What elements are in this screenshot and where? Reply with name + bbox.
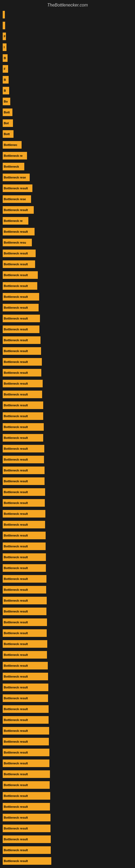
bar-item: Bottleneck rese — [3, 195, 31, 203]
bar-item: B — [3, 87, 9, 94]
bar-label: Bottleneck result — [4, 653, 28, 656]
bar-item: Bottlenec — [3, 141, 21, 149]
bar-label: Bottleneck result — [4, 751, 28, 754]
bar-label: Bottleneck result — [4, 382, 28, 385]
bar-label: F — [4, 35, 6, 38]
bar-item: Bottleneck result — [3, 608, 46, 615]
bar-label: Bottleneck result — [4, 729, 28, 733]
bar-item: Bottleneck result — [3, 760, 49, 767]
bar-item: Bottleneck result — [3, 846, 51, 854]
bar-item: Bottleneck result — [3, 684, 48, 691]
bar-label: Bottleneck resu — [4, 241, 26, 244]
chart-area: TheBottlenecker.com FIBFBBBoBottBotBottB… — [0, 0, 135, 868]
bar-item: Bottleneck result — [3, 467, 45, 474]
bar-item: Bottleneck result — [3, 673, 48, 680]
bar-label: Bottleneck result — [4, 306, 28, 309]
bar-label: Bottleneck result — [4, 490, 28, 494]
bar-item: Bottleneck result — [3, 521, 45, 528]
bar-item: Bottleneck result — [3, 640, 47, 648]
bar-label: Bottleneck result — [4, 838, 28, 841]
bar-item: Bottleneck re — [3, 217, 28, 225]
bar-label: Bottleneck result — [4, 414, 28, 418]
bar-label: Bottleneck result — [4, 859, 28, 863]
bar-item: Bottleneck result — [3, 326, 39, 333]
bar-item: B — [3, 54, 8, 62]
bar-label: Bott — [4, 132, 10, 135]
bar-item: B — [3, 76, 9, 84]
bar-item: Bottleneck result — [3, 206, 34, 214]
bar-label: Bottleneck result — [4, 588, 28, 591]
bar-item: Bottleneck result — [3, 694, 48, 702]
bar-label: Bottleneck result — [4, 740, 28, 743]
bar-label: Bottleneck result — [4, 469, 28, 472]
bar-label: Bottleneck result — [4, 631, 28, 635]
bar-item: Bottleneck result — [3, 369, 41, 376]
bar-item: Bottleneck result — [3, 629, 47, 637]
bar-label: Bottleneck result — [4, 642, 28, 646]
bar-item: Bottleneck result — [3, 542, 46, 550]
bar-label: Bottleneck result — [4, 664, 28, 667]
bar-label: Bottleneck result — [4, 545, 28, 548]
bar-item: Bott — [3, 108, 12, 116]
bar-label: Bott — [4, 111, 10, 114]
bar-label: Bottleneck result — [4, 501, 28, 504]
bar-label: I — [4, 45, 5, 49]
bar-label: Bottleneck result — [4, 566, 28, 569]
bar-item: Bottleneck result — [3, 597, 47, 604]
bar-item: Bottleneck rese — [3, 174, 30, 181]
bar-item: Bottleneck result — [3, 532, 46, 539]
bar-item: Bottleneck result — [3, 705, 49, 713]
bar-item: Bottleneck result — [3, 445, 44, 453]
bar-item: Bottleneck result — [3, 792, 50, 800]
bar-label: Bottleneck result — [4, 816, 28, 819]
bar-label: Bottleneck result — [4, 328, 28, 331]
bar-item: Bottleneck result — [3, 271, 38, 279]
bar-item: Bottleneck — [3, 163, 24, 170]
bar-item: Bottleneck result — [3, 510, 45, 518]
bar-label: Bottleneck result — [4, 404, 28, 407]
bar-label: B — [4, 89, 6, 92]
bar-label: Bottleneck result — [4, 284, 28, 287]
bar-item: Bottleneck result — [3, 835, 51, 843]
bar-item: Bottleneck result — [3, 250, 36, 257]
bar-item: Bottleneck result — [3, 553, 46, 561]
bar-item — [3, 11, 5, 19]
bar-item: Bottleneck result — [3, 586, 46, 593]
bar-label: Bottleneck rese — [4, 197, 26, 201]
bar-item: Bottleneck result — [3, 282, 37, 290]
bar-label: Bottleneck result — [4, 479, 28, 483]
bar-label: Bo — [4, 100, 8, 103]
bar-item: F — [3, 65, 8, 73]
bar-item: Bottleneck result — [3, 477, 45, 485]
bar-label: Bottleneck result — [4, 458, 28, 461]
bar-item: Bottleneck result — [3, 803, 50, 810]
bar-item: Bottleneck result — [3, 347, 41, 355]
bar-label: Bottleneck result — [4, 512, 28, 516]
bar-item: Bottleneck result — [3, 857, 51, 865]
bar-item: Bottleneck re — [3, 152, 27, 159]
bar-item: Bottleneck result — [3, 380, 43, 388]
bar-item: Bottleneck result — [3, 499, 45, 507]
bar-label: Bottleneck result — [4, 621, 28, 624]
bar-item: Bo — [3, 98, 10, 105]
bar-label: Bottleneck result — [4, 675, 28, 678]
bar-label: Bottleneck result — [4, 295, 28, 299]
bar-item: Bottleneck resu — [3, 239, 32, 246]
bar-label: Bottleneck result — [4, 273, 28, 277]
bar-label: Bottleneck result — [4, 252, 28, 255]
bar-item: Bottleneck result — [3, 423, 44, 431]
bar-item: Bottleneck result — [3, 260, 35, 268]
bar-item: Bottleneck result — [3, 412, 43, 420]
bar-label: Bottleneck result — [4, 773, 28, 776]
bar-item: I — [3, 43, 6, 51]
bar-item: Bottleneck result — [3, 662, 48, 670]
bar-label: Bottleneck result — [4, 762, 28, 765]
bar-label: Bottleneck result — [4, 848, 28, 852]
bar-label: Bottleneck result — [4, 436, 28, 439]
bar-label: B — [4, 78, 6, 82]
bar-label: Bottleneck result — [4, 696, 28, 700]
bar-item: Bottleneck result — [3, 315, 40, 322]
bar-item: Bottleneck result — [3, 184, 32, 192]
bar-item: Bottleneck result — [3, 304, 39, 311]
bar-label: F — [4, 67, 6, 70]
